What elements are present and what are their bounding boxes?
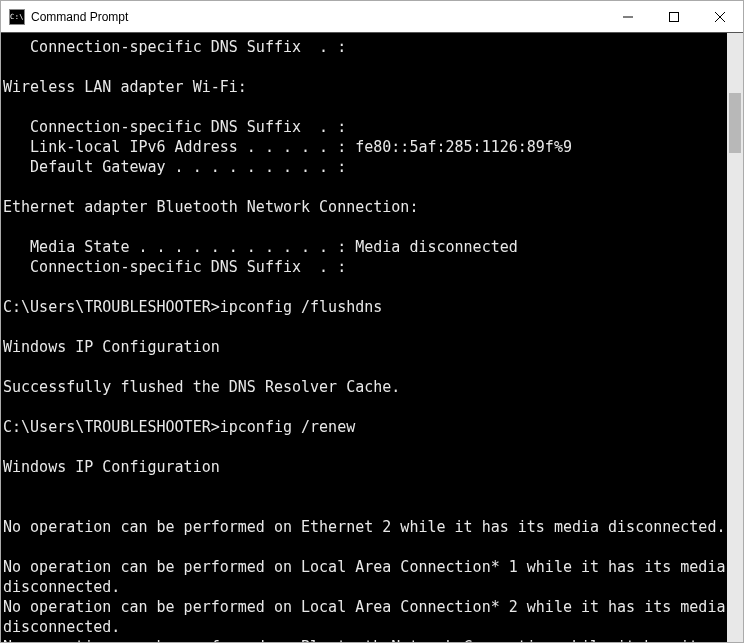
vertical-scrollbar[interactable] — [727, 33, 743, 642]
window-controls — [605, 1, 743, 32]
svg-rect-1 — [670, 12, 679, 21]
minimize-icon — [623, 12, 633, 22]
maximize-icon — [669, 12, 679, 22]
maximize-button[interactable] — [651, 1, 697, 32]
minimize-button[interactable] — [605, 1, 651, 32]
client-area: Connection-specific DNS Suffix . : Wirel… — [1, 33, 743, 642]
titlebar[interactable]: C:\ Command Prompt — [1, 1, 743, 33]
console-output[interactable]: Connection-specific DNS Suffix . : Wirel… — [1, 33, 727, 642]
close-icon — [715, 12, 725, 22]
close-button[interactable] — [697, 1, 743, 32]
command-prompt-window: C:\ Command Prompt Connection-specific D… — [0, 0, 744, 643]
scrollbar-thumb[interactable] — [729, 93, 741, 153]
window-title: Command Prompt — [31, 10, 605, 24]
command-prompt-icon: C:\ — [9, 9, 25, 25]
